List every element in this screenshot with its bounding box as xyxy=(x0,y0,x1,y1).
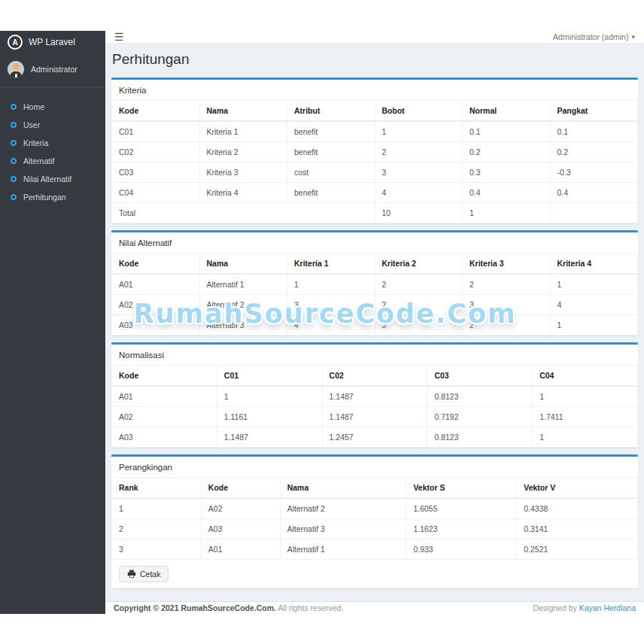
table-cell: Kriteria 4 xyxy=(199,183,287,203)
table-cell: Kriteria 3 xyxy=(199,163,287,183)
table-cell: A02 xyxy=(112,295,200,315)
page-footer: Copyright © 2021 RumahSourceCode.Com. Al… xyxy=(105,601,644,614)
print-button-label: Cetak xyxy=(140,570,160,579)
table-cell: 0.4338 xyxy=(517,498,638,519)
card-title: Normalisasi xyxy=(111,345,638,365)
table-cell: 2 xyxy=(375,274,463,295)
content-area: Perhitungan Kriteria KodeNamaAtributBobo… xyxy=(105,43,644,601)
sidebar-item-perhitungan[interactable]: Perhitungan xyxy=(0,188,105,206)
designer-link[interactable]: Kayan Herdiana xyxy=(579,603,636,612)
table-cell: 2 xyxy=(463,315,551,336)
column-header: Vektor V xyxy=(517,478,638,499)
table-row: C01Kriteria 1benefit10.10.1 xyxy=(112,121,638,142)
sidebar-item-label: Nilai Alternatif xyxy=(23,175,71,184)
user-dropdown[interactable]: Administrator (admin) ▾ xyxy=(553,32,635,41)
nilai-alternatif-table: KodeNamaKriteria 1Kriteria 2Kriteria 3Kr… xyxy=(111,253,638,336)
sidebar-item-kriteria[interactable]: Kriteria xyxy=(0,134,105,152)
column-header: Nama xyxy=(199,101,287,122)
table-row: Total101 xyxy=(112,203,638,223)
card-title: Perangkingan xyxy=(111,457,638,477)
print-button[interactable]: Cetak xyxy=(119,566,169,582)
table-cell: benefit xyxy=(287,142,375,163)
table-cell: A03 xyxy=(201,519,280,539)
table-cell: 0.2 xyxy=(463,142,551,163)
table-cell: A01 xyxy=(112,386,217,407)
table-cell: 2 xyxy=(375,142,463,163)
table-cell: C03 xyxy=(112,163,200,183)
card-title: Kriteria xyxy=(111,80,638,100)
sidebar-item-home[interactable]: Home xyxy=(0,98,105,116)
table-cell: Alternatif 2 xyxy=(280,498,406,519)
table-cell: Total xyxy=(112,203,375,223)
table-cell: -0.3 xyxy=(550,163,638,183)
table-cell: 0.7192 xyxy=(427,407,533,427)
column-header: Normal xyxy=(463,101,551,122)
sidebar-item-label: Home xyxy=(23,102,44,111)
column-header: C03 xyxy=(427,366,533,387)
table-cell: 4 xyxy=(375,183,463,203)
column-header: Pangkat xyxy=(550,101,638,122)
table-cell: 2 xyxy=(375,295,463,315)
table-cell: Alternatif 2 xyxy=(199,295,287,315)
kriteria-table: KodeNamaAtributBobotNormalPangkatC01Krit… xyxy=(111,100,638,223)
table-cell: 1.7411 xyxy=(533,407,638,427)
table-cell: 0.3141 xyxy=(517,519,638,539)
table-cell: 3 xyxy=(463,295,551,315)
app-window: A WP Laravel Administrator HomeUserKrite… xyxy=(0,31,644,614)
table-cell: 0.2 xyxy=(550,142,638,163)
table-cell: 1.1487 xyxy=(322,386,427,407)
main-area: ☰ Administrator (admin) ▾ Perhitungan Kr… xyxy=(105,31,644,614)
column-header: C01 xyxy=(217,366,322,387)
copyright-rest: All rights reserved. xyxy=(278,603,343,612)
table-row: 1A02Alternatif 21.60550.4338 xyxy=(112,498,638,519)
column-header: Kode xyxy=(112,254,200,275)
table-cell: 0.1 xyxy=(463,121,551,142)
table-cell: 10 xyxy=(375,203,463,223)
card-title: Nilai Alternatif xyxy=(111,232,638,253)
table-cell: A03 xyxy=(112,427,217,448)
table-cell: 1 xyxy=(550,315,638,336)
table-cell: C02 xyxy=(112,142,200,163)
card-normalisasi: Normalisasi KodeC01C02C03C04A0111.14870.… xyxy=(111,342,638,448)
sidebar-toggle-icon[interactable]: ☰ xyxy=(114,32,124,42)
page-title: Perhitungan xyxy=(112,51,638,68)
brand-link[interactable]: A WP Laravel xyxy=(0,31,105,53)
perangkingan-table: RankKodeNamaVektor SVektor V1A02Alternat… xyxy=(111,477,638,560)
table-cell: benefit xyxy=(287,183,375,203)
table-row: C02Kriteria 2benefit20.20.2 xyxy=(112,142,638,163)
card-kriteria: Kriteria KodeNamaAtributBobotNormalPangk… xyxy=(111,77,638,223)
top-navbar: ☰ Administrator (admin) ▾ xyxy=(105,31,644,43)
designer-credit: Designed by Kayan Herdiana xyxy=(533,603,636,612)
table-cell: 0.1 xyxy=(550,121,638,142)
table-cell: 2 xyxy=(463,274,551,295)
table-row: 2A03Alternatif 31.16230.3141 xyxy=(112,519,638,539)
circle-o-icon xyxy=(11,194,17,200)
sidebar-item-label: Kriteria xyxy=(23,138,48,147)
table-cell: 4 xyxy=(550,295,638,315)
table-header-row: RankKodeNamaVektor SVektor V xyxy=(112,478,638,499)
table-cell: Alternatif 1 xyxy=(199,274,287,295)
sidebar-item-user[interactable]: User xyxy=(0,116,105,134)
table-cell: 4 xyxy=(287,315,375,336)
browser-canvas: A WP Laravel Administrator HomeUserKrite… xyxy=(0,0,644,644)
table-cell: Alternatif 3 xyxy=(280,519,406,539)
table-cell: A02 xyxy=(201,498,280,519)
column-header: Atribut xyxy=(287,101,375,122)
user-name: Administrator xyxy=(31,65,77,74)
table-cell: C01 xyxy=(112,121,200,142)
table-header-row: KodeNamaAtributBobotNormalPangkat xyxy=(112,101,638,122)
sidebar-item-alternatif[interactable]: Alternatif xyxy=(0,152,105,170)
table-cell: cost xyxy=(287,163,375,183)
printer-icon xyxy=(127,570,136,579)
table-cell: 0.933 xyxy=(406,539,517,560)
sidebar-item-nilai-alternatif[interactable]: Nilai Alternatif xyxy=(0,170,105,188)
table-row: C04Kriteria 4benefit40.40.4 xyxy=(112,183,638,203)
column-header: Kriteria 1 xyxy=(287,254,375,275)
copyright-text: Copyright © 2021 RumahSourceCode.Com. Al… xyxy=(114,603,343,612)
table-cell: Alternatif 1 xyxy=(280,539,406,560)
table-cell: 2 xyxy=(112,519,202,539)
column-header: Kode xyxy=(201,478,280,499)
table-cell: 1 xyxy=(550,274,638,295)
table-cell: 1 xyxy=(375,121,463,142)
table-cell: 0.4 xyxy=(550,183,638,203)
